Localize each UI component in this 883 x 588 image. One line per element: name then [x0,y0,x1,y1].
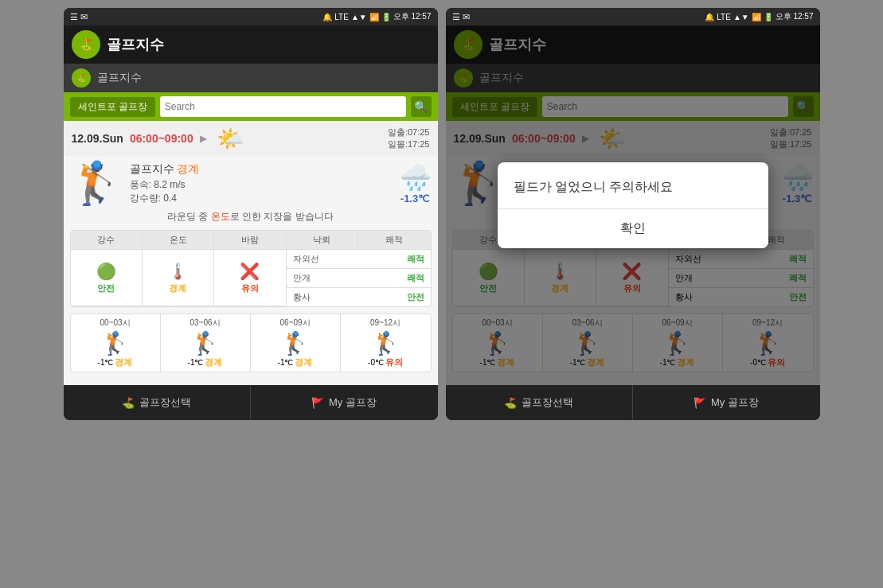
index-info: 골프지수 경계 풍속: 8.2 m/s 강수량: 0.4 [130,162,392,205]
course-select-label-2: 골프장선택 [522,395,573,410]
hourly-status-2: -1℃ 경계 [278,356,313,368]
dialog-ok-button[interactable]: 확인 [498,209,768,248]
flag-icon: 🚩 [311,397,324,409]
hourly-golfer-0: 🏌️ [101,330,129,356]
golf-ball-icon-2: ⛳ [504,397,517,409]
course-select-label: 골프장선택 [139,395,191,410]
status-bar-1: ☰ ✉ 🔔 LTE ▲▼ 📶 🔋 오후 12:57 [64,8,438,25]
hourly-cell-2: 06~09시 🏌️ -1℃ 경계 [251,314,341,372]
my-course-label-2: My 골프장 [711,395,759,410]
fog-status: 쾌적 [407,272,424,284]
rain-info: 강수량: 0.4 [130,192,392,205]
app-title-bar: ⛳ 골프지수 [64,25,438,64]
sunrise-sunset: 일출:07:25 일몰:17:25 [388,127,430,151]
search-input[interactable] [160,96,406,117]
alarm-icon-2: 🔔 [705,13,714,21]
main-content: 🏌️ 골프지수 경계 풍속: 8.2 m/s 강수량: 0.4 🌧️ -1.3℃… [64,156,438,385]
course-select-button[interactable]: 세인트포 골프장 [70,97,155,117]
thermometer-icon: 🌡️ [168,262,188,281]
golfer-icon: 🏌️ [70,162,122,204]
course-select-bottom-btn-2[interactable]: ⛳ 골프장선택 [446,385,633,420]
status-bar-2: ☰ ✉ 🔔 LTE ▲▼ 📶 🔋 오후 12:57 [446,8,820,25]
sunrise: 일출:07:25 [388,127,430,138]
hourly-time-2: 06~09시 [279,317,310,329]
cond-header-lightning: 낙뢰 [287,231,358,249]
cond-header-wind: 바람 [214,231,286,249]
alert-dialog: 필드가 얼었으니 주의하세요 확인 [498,162,768,248]
sub-logo: ⛳ [72,68,91,88]
conditions-body: 🟢 안전 🌡️ 경계 ❌ 유의 자외선 쾌적 [71,250,431,306]
notification-icons-2: ☰ ✉ [452,12,470,22]
rain-status: 안전 [97,282,115,294]
golf-index-row: 🏌️ 골프지수 경계 풍속: 8.2 m/s 강수량: 0.4 🌧️ -1.3℃ [70,162,432,205]
cond-right-col: 자외선 쾌적 안개 쾌적 황사 안전 [287,250,430,306]
wifi-icon: 📶 [369,13,379,21]
hourly-status-3: -0℃ 유의 [368,356,403,368]
wifi-icon-2: 📶 [752,13,761,21]
dialog-message: 필드가 얼었으니 주의하세요 [498,162,768,208]
date-row: 12.09.Sun 06:00~09:00 ▶ 🌤️ 일출:07:25 일몰:1… [64,121,438,156]
hourly-golfer-2: 🏌️ [281,330,309,356]
bottom-bar-2: ⛳ 골프장선택 🚩 My 골프장 [446,385,820,420]
cond-wind-cell: ❌ 유의 [214,250,286,306]
cond-header-temp: 온도 [143,231,214,249]
hourly-time-3: 09~12시 [370,317,400,329]
battery-icon: 🔋 [381,13,391,21]
time-display: 오후 12:57 [393,11,432,22]
app-title: 골프지수 [107,35,164,54]
index-title: 골프지수 경계 [130,162,392,177]
next-arrow-icon[interactable]: ▶ [200,133,207,144]
hourly-cell-1: 03~06시 🏌️ -1℃ 경계 [161,314,251,372]
weather-right: 🌧️ -1.3℃ [400,162,432,204]
sub-header: ⛳ 골프지수 [64,64,438,92]
status-right-info-2: 🔔 LTE ▲▼ 📶 🔋 오후 12:57 [705,11,813,22]
fog-label: 안개 [293,272,311,284]
conditions-table: 강수 온도 바람 낙뢰 쾌적 🟢 안전 🌡️ 경계 ❌ [70,230,432,307]
my-course-btn-2[interactable]: 🚩 My 골프장 [633,385,820,420]
notification-icons: ☰ ✉ [70,12,88,22]
cond-header-comfort: 쾌적 [358,231,430,249]
course-select-bottom-button[interactable]: ⛳ 골프장선택 [64,385,251,420]
dust-status: 안전 [407,291,424,303]
lightning-label: 자외선 [293,253,319,265]
search-button[interactable]: 🔍 [411,96,432,117]
hourly-time-1: 03~06시 [189,317,220,329]
sunset: 일몰:17:25 [388,138,430,150]
hourly-status-1: -1℃ 경계 [188,356,223,368]
dust-label: 황사 [293,291,311,303]
cond-dust-row: 황사 안전 [287,288,430,306]
golf-ball-icon: ⛳ [122,397,135,409]
conditions-header: 강수 온도 바람 낙뢰 쾌적 [71,231,431,250]
weather-sun-icon: 🌤️ [217,126,244,152]
cond-header-rain: 강수 [71,231,143,249]
hourly-cell-3: 09~12시 🏌️ -0℃ 유의 [341,314,431,372]
status-left-icons-2: ☰ ✉ [452,12,470,22]
time-range: 06:00~09:00 [130,132,193,145]
cond-lightning-row: 자외선 쾌적 [287,250,430,269]
cond-temp-cell: 🌡️ 경계 [143,250,214,306]
battery-icon-2: 🔋 [764,13,773,21]
cond-fog-row: 안개 쾌적 [287,269,430,288]
bottom-bar: ⛳ 골프장선택 🚩 My 골프장 [64,385,438,420]
phone-2: ☰ ✉ 🔔 LTE ▲▼ 📶 🔋 오후 12:57 ⛳ 골프지수 ⛳ 골프지수 … [446,8,820,420]
rain-drop-icon: 🟢 [96,262,116,281]
temp-status: 경계 [169,282,186,294]
cond-left-cols: 🟢 안전 🌡️ 경계 ❌ 유의 [71,250,287,306]
phone-1: ☰ ✉ 🔔 LTE ▲▼ 📶 🔋 오후 12:57 ⛳ 골프지수 ⛳ 골프지수 … [64,8,438,420]
signal-icon-2: ▲▼ [733,13,749,21]
hourly-row: 00~03시 🏌️ -1℃ 경계 03~06시 🏌️ -1℃ 경계 06~09시… [70,313,432,372]
dialog-overlay: 필드가 얼었으니 주의하세요 확인 [446,25,820,385]
cloud-rain-icon: 🌧️ [400,162,432,193]
status-right-info: 🔔 LTE ▲▼ 📶 🔋 오후 12:57 [322,11,431,22]
hourly-status-0: -1℃ 경계 [98,356,133,368]
my-course-label: My 골프장 [329,395,377,410]
search-bar: 세인트포 골프장 🔍 [64,92,438,121]
cond-rain-cell: 🟢 안전 [71,250,143,306]
alarm-icon: 🔔 [322,13,332,21]
wind-info: 풍속: 8.2 m/s [130,178,392,192]
my-course-button[interactable]: 🚩 My 골프장 [251,385,438,420]
signal-icon: ▲▼ [351,13,367,21]
lte-label: LTE [334,13,349,21]
status-left-icons: ☰ ✉ [70,12,88,22]
hourly-golfer-1: 🏌️ [191,330,219,356]
